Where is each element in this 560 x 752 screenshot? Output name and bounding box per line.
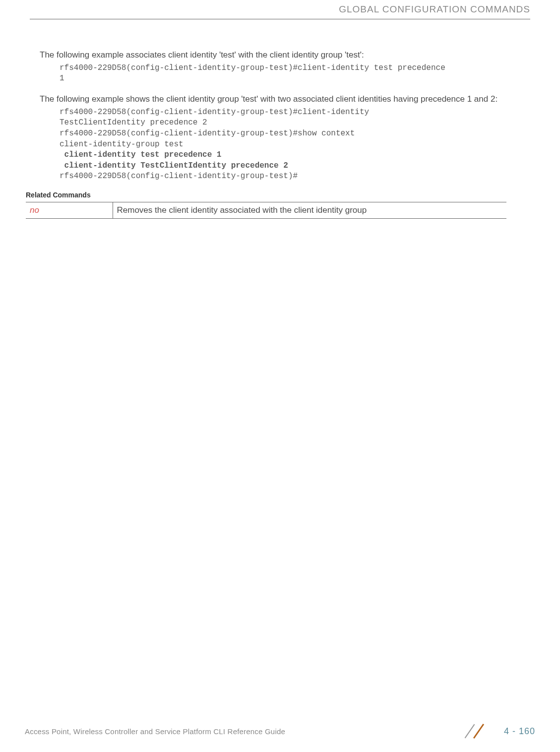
- svg-line-1: [474, 725, 483, 738]
- page-number: 4 - 160: [504, 726, 535, 737]
- code-line: rfs4000-229D58(config-client-identity-gr…: [60, 108, 369, 117]
- code-line: 1: [60, 74, 64, 83]
- code-block-two: rfs4000-229D58(config-client-identity-gr…: [60, 107, 520, 182]
- code-line: rfs4000-229D58(config-client-identity-gr…: [60, 63, 445, 72]
- related-command-name[interactable]: no: [26, 202, 113, 218]
- code-block-one: rfs4000-229D58(config-client-identity-gr…: [60, 63, 520, 84]
- code-line: TestClientIdentity precedence 2: [60, 118, 207, 127]
- code-line: rfs4000-229D58(config-client-identity-gr…: [60, 129, 355, 138]
- table-row: no Removes the client identity associate…: [26, 202, 506, 218]
- related-commands-table: no Removes the client identity associate…: [26, 202, 506, 219]
- code-line: rfs4000-229D58(config-client-identity-gr…: [60, 172, 298, 181]
- example-one-intro: The following example associates client …: [40, 49, 520, 61]
- page-header-title: GLOBAL CONFIGURATION COMMANDS: [25, 0, 535, 19]
- related-command-description: Removes the client identity associated w…: [113, 202, 506, 218]
- code-line-bold: client-identity TestClientIdentity prece…: [60, 161, 288, 170]
- code-line-bold: client-identity test precedence 1: [60, 150, 221, 159]
- slash-divider-icon: [459, 723, 489, 740]
- related-commands-heading: Related Commands: [26, 191, 520, 199]
- svg-line-0: [465, 725, 474, 738]
- example-two-intro: The following example shows the client i…: [40, 93, 520, 105]
- code-line: client-identity-group test: [60, 140, 184, 149]
- page-footer: Access Point, Wireless Controller and Se…: [25, 723, 535, 740]
- footer-guide-title: Access Point, Wireless Controller and Se…: [25, 727, 285, 736]
